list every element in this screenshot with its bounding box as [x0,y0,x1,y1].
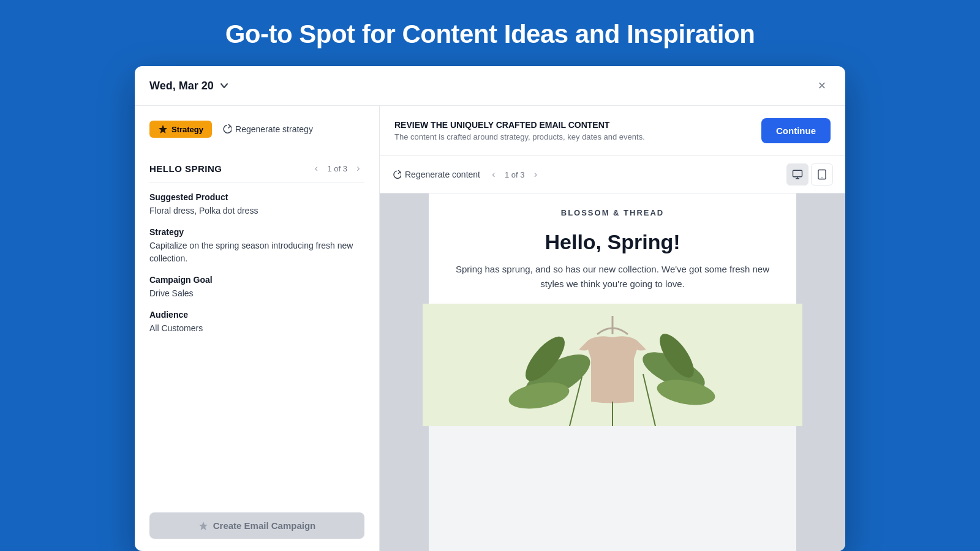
create-campaign-icon [198,521,208,531]
email-left-sidebar [380,193,429,551]
modal-date[interactable]: Wed, Mar 20 [149,80,230,92]
monitor-icon [792,169,803,180]
svg-marker-1 [199,522,208,530]
campaign-name: HELLO SPRING [149,163,222,174]
audience-section: Audience All Customers [149,310,364,335]
modal-topbar: Wed, Mar 20 × [135,66,845,106]
review-header: REVIEW THE UNIQUELY CRAFTED EMAIL CONTEN… [380,106,845,156]
modal: Wed, Mar 20 × Strategy [135,66,845,551]
prev-page-arrow[interactable]: ‹ [310,162,322,174]
campaign-goal-section: Campaign Goal Drive Sales [149,275,364,300]
create-email-campaign-button[interactable]: Create Email Campaign [149,512,364,539]
suggested-product-section: Suggested Product Floral dress, Polka do… [149,192,364,217]
svg-point-6 [821,178,823,179]
create-btn-wrapper: Create Email Campaign [149,500,364,539]
strategy-icon [158,124,168,134]
right-panel: REVIEW THE UNIQUELY CRAFTED EMAIL CONTEN… [380,106,845,551]
tablet-view-button[interactable] [811,163,833,186]
tablet-icon [816,169,827,180]
email-image-block [423,304,802,426]
content-toolbar: Regenerate content ‹ 1 of 3 › [380,156,845,193]
pagination: ‹ 1 of 3 › [310,162,364,174]
next-page-arrow[interactable]: › [352,162,364,174]
content-next-arrow[interactable]: › [530,168,542,181]
continue-button[interactable]: Continue [761,118,831,143]
toolbar-left: Regenerate content ‹ 1 of 3 › [392,168,542,181]
badge-regen-row: Strategy Regenerate strategy [149,121,364,150]
left-panel: Strategy Regenerate strategy HELLO SPRIN… [135,106,380,551]
email-center: BLOSSOM & THREAD Hello, Spring! Spring h… [380,193,845,551]
regenerate-content-button[interactable]: Regenerate content [392,170,480,179]
strategy-badge[interactable]: Strategy [149,121,212,138]
svg-rect-2 [793,170,802,177]
strategy-section: Strategy Capitalize on the spring season… [149,227,364,265]
email-right-sidebar [796,193,845,551]
desktop-view-button[interactable] [786,163,809,186]
refresh-icon [222,124,232,134]
email-card: BLOSSOM & THREAD Hello, Spring! Spring h… [423,193,802,426]
page-header: Go-to Spot for Content Ideas and Inspira… [0,0,980,66]
modal-body: Strategy Regenerate strategy HELLO SPRIN… [135,106,845,551]
regenerate-strategy-button[interactable]: Regenerate strategy [222,124,313,134]
email-illustration [423,304,802,426]
email-body-text: Spring has sprung, and so has our new co… [423,262,802,304]
content-prev-arrow[interactable]: ‹ [488,168,500,181]
chevron-down-icon [219,80,230,91]
email-brand: BLOSSOM & THREAD [423,193,802,225]
email-preview-wrapper: BLOSSOM & THREAD Hello, Spring! Spring h… [380,193,845,551]
refresh-content-icon [392,170,401,179]
toolbar-right [786,163,833,186]
close-button[interactable]: × [813,77,831,94]
content-pagination: ‹ 1 of 3 › [488,168,542,181]
email-headline: Hello, Spring! [423,225,802,262]
review-text: REVIEW THE UNIQUELY CRAFTED EMAIL CONTEN… [394,120,645,141]
page-title: Go-to Spot for Content Ideas and Inspira… [0,20,980,49]
svg-marker-0 [159,125,167,133]
campaign-title-row: HELLO SPRING ‹ 1 of 3 › [149,162,364,182]
